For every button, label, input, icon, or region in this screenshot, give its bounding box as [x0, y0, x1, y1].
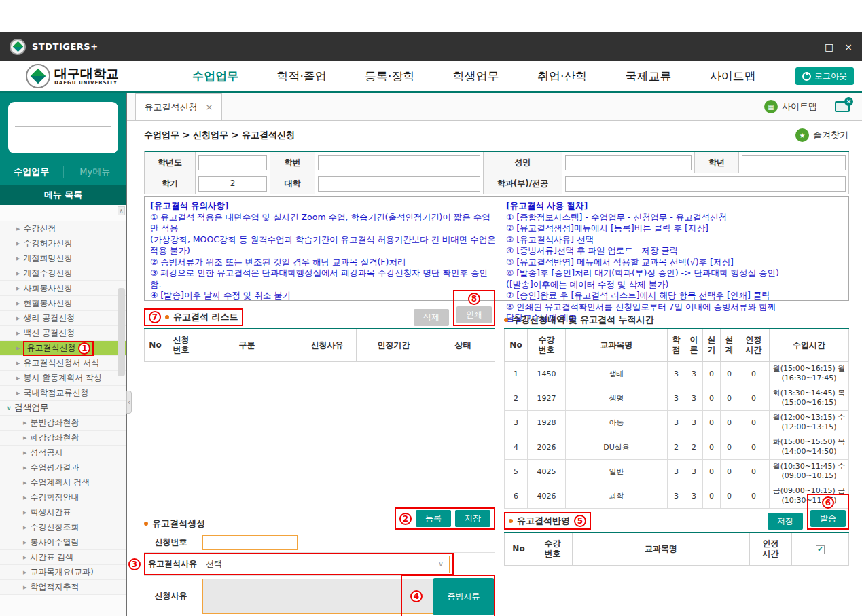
table-row[interactable]: 11450생태33000월(15:00~16:15) 월(16:30~17:45… [505, 361, 849, 386]
send-button[interactable]: 발송 [810, 510, 846, 527]
apply-save-button[interactable]: 저장 [768, 513, 803, 530]
sidebar-item[interactable]: ▶계절희망신청 [0, 251, 126, 266]
absence-reason-select[interactable]: 선택 ∨ [200, 556, 450, 573]
sidebar-item[interactable]: ▶수업계획서 검색 [0, 475, 126, 490]
window-maximize-button[interactable]: □ [825, 42, 833, 52]
nav-item-student[interactable]: 학생업무 [453, 69, 499, 84]
enrollment-title: 수강신청내역 및 유고결석 누적시간 [512, 314, 654, 326]
sidebar-item-absence-apply[interactable]: ▶ 유고결석신청 1 [0, 341, 126, 356]
create-title: 유고결석생성 [152, 518, 205, 530]
grade-label: 학년 [695, 152, 739, 173]
save-button[interactable]: 저장 [455, 510, 490, 527]
nav-item-sitemap[interactable]: 사이트맵 [710, 69, 756, 84]
sidebar-item[interactable]: ▶헌혈봉사신청 [0, 296, 126, 311]
enrollment-table: No 수강 번호 교과목명 학 점 이 론 실 기 설 계 인정 시간 수업시간… [504, 328, 849, 509]
absence-list-table: No 신청 번호 구분 신청사유 인정기간 상태 [144, 328, 495, 362]
tab-absence-apply[interactable]: 유고결석신청 × [135, 93, 222, 120]
window-close-button[interactable]: × [844, 42, 852, 52]
annotation-8: 8 [468, 293, 480, 305]
absence-list-title: 유고결석 리스트 [173, 311, 238, 323]
grade-input[interactable] [742, 155, 846, 170]
print-button[interactable]: 인쇄 [456, 306, 492, 323]
register-button[interactable]: 등록 [416, 510, 451, 527]
tab-close-icon[interactable]: × [206, 102, 213, 112]
sidebar-item[interactable]: ▶계절수강신청 [0, 266, 126, 281]
annotation-7: 7 [149, 311, 161, 323]
sidebar-item[interactable]: ▶수강신청조회 [0, 520, 126, 535]
sidebar-item[interactable]: ▶봉사 활동계획서 작성 [0, 371, 126, 386]
create-form: 신청번호 3 유고결석사유 선택 ∨ [144, 532, 495, 616]
logout-button[interactable]: 로그아웃 [795, 67, 854, 85]
chevron-right-icon: ▶ [23, 570, 26, 575]
student-id-label: 학번 [270, 152, 315, 173]
table-row[interactable]: 21927생명33000화(13:30~14:45) 목(15:00~16:15… [505, 386, 849, 410]
university-logo-icon [26, 64, 50, 88]
sidebar-item[interactable]: ▶수강학점안내 [0, 490, 126, 505]
sitemap-icon: ▦ [764, 100, 778, 113]
sidebar-item[interactable]: ▶성적공시 [0, 446, 126, 460]
sidebar-item[interactable]: ▶수강허가신청 [0, 236, 126, 251]
nav-item-international[interactable]: 국제교류 [626, 69, 672, 84]
chevron-right-icon: ▶ [23, 495, 26, 501]
table-row[interactable]: 42026DU실용22000화(15:00~15:50) 목(14:00~14:… [505, 435, 849, 459]
sidebar-group-search[interactable]: ∨검색업무 [0, 401, 126, 416]
sidebar-item[interactable]: ▶학생시간표 [0, 505, 126, 520]
annotation-3: 3 [128, 558, 141, 570]
annotation-box-5: 유고결석반영 5 [504, 512, 591, 530]
table-row[interactable]: 54025일반33000월(10:30~11:45) 수(09:00~10:15… [505, 459, 849, 484]
nav-item-records[interactable]: 학적·졸업 [276, 69, 326, 84]
table-row[interactable]: 64026과학33000금(09:00~10:15) 금(10:30~11:45… [505, 484, 849, 508]
detail-reason-textarea[interactable] [202, 579, 435, 614]
annotation-box-6: 6 발송 [807, 494, 849, 530]
table-row[interactable]: 31928아동33000월(12:00~13:15) 수(12:00~13:15… [505, 410, 849, 435]
sidebar-item[interactable]: ▶교과목개요(교과) [0, 565, 126, 580]
nav-item-classwork[interactable]: 수업업무 [192, 69, 238, 84]
window-titlebar: STDTIGERS+ – □ × [0, 32, 862, 61]
notice-panel: [유고결석 유의사항] ① 유고결석 적용은 대면수업 및 실시간 Zoom 수… [144, 196, 849, 301]
close-all-tabs-icon[interactable]: × [835, 101, 850, 112]
app-logo-icon [10, 39, 26, 55]
favorite-button[interactable]: ★ 즐겨찾기 [795, 128, 848, 142]
notice-cautions: [유고결석 유의사항] ① 유고결석 적용은 대면수업 및 실시간 Zoom 수… [150, 200, 497, 297]
annotation-box-7: 7 유고결석 리스트 [144, 308, 243, 326]
application-no-input[interactable] [202, 535, 298, 550]
college-input[interactable] [318, 176, 480, 192]
sidebar-item[interactable]: ▶시간표 검색 [0, 550, 126, 565]
year-input[interactable] [198, 155, 267, 170]
university-subtitle: DAEGU UNIVERSITY [54, 80, 119, 86]
name-input[interactable] [565, 155, 692, 170]
annotation-box-4: 4 증빙서류 [401, 575, 495, 616]
select-all-checkbox[interactable]: ✔ [816, 545, 825, 554]
term-input[interactable]: 2 [198, 176, 267, 192]
nav-item-registration[interactable]: 등록·장학 [365, 69, 414, 84]
major-input[interactable] [565, 176, 846, 192]
sidebar-item[interactable]: ▶수업평가결과 [0, 460, 126, 475]
sidebar-item[interactable]: ▶사회봉사신청 [0, 281, 126, 296]
scroll-up-icon[interactable]: ∧ [118, 206, 125, 215]
evidence-docs-button[interactable]: 증빙서류 [433, 578, 494, 615]
sidebar-tab-classwork[interactable]: 수업업무 [0, 166, 63, 178]
delete-button[interactable]: 삭제 [414, 309, 449, 326]
sidebar-item[interactable]: ▶학업적자추적 [0, 580, 126, 595]
sidebar-item[interactable]: ▶봉사이수열람 [0, 535, 126, 550]
chevron-right-icon: ▶ [16, 391, 20, 396]
nav-item-career[interactable]: 취업·산학 [537, 69, 587, 84]
sidebar-item[interactable]: ▶유고결석신청서 서식 [0, 356, 126, 371]
window-minimize-button[interactable]: – [809, 42, 814, 52]
chevron-down-icon: ∨ [438, 560, 444, 568]
sidebar-item[interactable]: ▶백신 공결신청 [0, 326, 126, 341]
sidebar-item[interactable]: ▶수강신청 [0, 221, 126, 236]
sidebar-item[interactable]: ▶생리 공결신청 [0, 311, 126, 326]
sitemap-link[interactable]: ▦ 사이트맵 [764, 100, 817, 113]
sidebar-tab-mymenu[interactable]: My메뉴 [63, 166, 127, 178]
sidebar-item[interactable]: ▶국내학점교류신청 [0, 386, 126, 401]
sidebar-item[interactable]: ▶분반강좌현황 [0, 416, 126, 431]
breadcrumb: 수업업무 > 신청업무 > 유고결석신청 [144, 129, 295, 141]
sidebar-item[interactable]: ▶폐강강좌현황 [0, 431, 126, 446]
section-bullet-icon [165, 315, 169, 319]
sidebar-menu: ▶수강신청 ▶수강허가신청 ▶계절희망신청 ▶계절수강신청 ▶사회봉사신청 ▶헌… [0, 205, 126, 616]
sidebar-scrollbar[interactable]: ∧ [118, 206, 125, 615]
section-bullet-icon [509, 519, 513, 523]
scrollbar-thumb[interactable] [118, 288, 125, 376]
student-id-input[interactable] [318, 155, 480, 170]
